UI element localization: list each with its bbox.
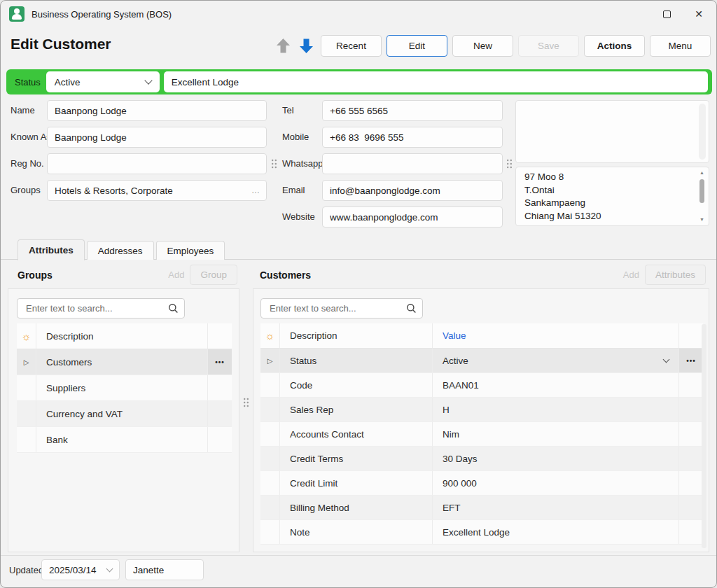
drag-dots-icon — [243, 398, 249, 407]
group-row-label[interactable]: Bank — [36, 427, 208, 452]
column-header-description[interactable]: Description — [280, 323, 433, 348]
footer: Updated 2025/03/14 — [1, 554, 717, 587]
close-icon: ✕ — [695, 8, 703, 20]
table-row[interactable]: Sales Rep H — [260, 398, 703, 422]
recent-button[interactable]: Recent — [321, 35, 382, 57]
name-field[interactable] — [47, 100, 267, 121]
search-icon — [168, 303, 179, 314]
app-window: Business Operating System (BOS) ✕ Edit C… — [0, 0, 717, 588]
email-label: Email — [282, 180, 305, 201]
address-line: 97 Moo 8 — [524, 171, 700, 184]
attr-description[interactable]: Billing Method — [280, 496, 433, 519]
add-attributes-button[interactable]: Attributes — [645, 265, 706, 285]
updated-date-select[interactable]: 2025/03/14 — [41, 559, 120, 580]
scroll-up-icon[interactable]: ▲ — [699, 169, 704, 177]
groups-field[interactable]: Hotels & Resorts, Corporate … — [47, 180, 267, 201]
attr-value[interactable]: H — [433, 398, 679, 421]
known-as-field[interactable] — [47, 127, 267, 148]
navigate-down-button[interactable] — [298, 37, 314, 55]
column-header-value[interactable]: Value — [433, 323, 679, 348]
website-field[interactable] — [322, 206, 503, 227]
attr-description[interactable]: Code — [280, 373, 433, 397]
attributes-panel: ☼ Description Value ▷ Status Active ••• … — [253, 288, 709, 552]
whatsapp-label: Whatsapp — [282, 153, 323, 174]
chevron-down-icon — [663, 356, 670, 363]
attr-description[interactable]: Note — [280, 520, 433, 544]
scroll-down-icon[interactable]: ▼ — [699, 216, 704, 224]
attr-value[interactable]: EFT — [433, 496, 679, 519]
notes-box[interactable] — [515, 100, 709, 163]
attr-value[interactable]: Excellent Lodge — [433, 520, 679, 544]
attributes-search[interactable] — [260, 298, 423, 318]
edit-button[interactable]: Edit — [387, 35, 447, 57]
attributes-panel-title: Customers — [260, 270, 311, 281]
add-group-button[interactable]: Group — [190, 265, 237, 285]
row-indicator-icon: ▷ — [267, 357, 273, 365]
attr-value[interactable]: BAAN01 — [433, 373, 679, 397]
table-row[interactable]: Credit Terms 30 Days — [260, 447, 703, 471]
mobile-field[interactable] — [322, 127, 503, 148]
splitter-handle[interactable] — [242, 397, 250, 408]
table-row[interactable]: Note Excellent Lodge — [260, 520, 703, 545]
table-row[interactable]: ▷ Customers ••• — [17, 349, 232, 375]
attr-value[interactable]: 900 000 — [433, 471, 679, 495]
attr-description[interactable]: Sales Rep — [280, 398, 433, 421]
save-button[interactable]: Save — [518, 35, 579, 57]
attr-value[interactable]: Nim — [433, 422, 679, 446]
splitter-handle[interactable] — [505, 158, 513, 169]
table-row[interactable]: ▷ Status Active ••• — [260, 349, 703, 373]
updated-label: Updated — [9, 560, 43, 581]
column-header-description[interactable]: Description — [36, 323, 208, 349]
splitter-handle[interactable] — [270, 158, 278, 169]
new-button[interactable]: New — [452, 35, 513, 57]
email-field[interactable] — [322, 180, 503, 201]
navigate-up-button[interactable] — [274, 37, 291, 55]
attr-description[interactable]: Credit Terms — [280, 447, 433, 470]
ellipsis-icon[interactable]: … — [251, 186, 260, 195]
tab-strip: Attributes Addresses Employees — [18, 239, 227, 260]
status-select[interactable]: Active — [46, 71, 160, 92]
maximize-button[interactable] — [650, 1, 683, 27]
address-box[interactable]: 97 Moo 8 T.Ontai Sankampaeng Chiang Mai … — [515, 167, 709, 226]
table-row[interactable]: Accounts Contact Nim — [260, 422, 703, 447]
attributes-search-input[interactable] — [268, 302, 406, 314]
table-row[interactable]: Currency and VAT — [17, 401, 232, 427]
attr-value-dropdown[interactable]: Active — [433, 349, 679, 372]
menu-button[interactable]: Menu — [650, 35, 711, 57]
groups-grid-header: ☼ Description — [17, 323, 232, 349]
attributes-add-label: Add — [623, 270, 639, 280]
tel-field[interactable] — [322, 100, 503, 121]
attr-description[interactable]: Credit Limit — [280, 471, 433, 495]
table-row[interactable]: Bank — [17, 427, 232, 453]
groups-value: Hotels & Resorts, Corporate — [55, 186, 251, 196]
updated-by-field[interactable] — [125, 559, 204, 580]
groups-search[interactable] — [17, 298, 185, 318]
table-row[interactable]: Credit Limit 900 000 — [260, 471, 703, 496]
group-row-label[interactable]: Currency and VAT — [36, 401, 208, 426]
table-row[interactable]: Suppliers — [17, 375, 232, 401]
customer-name-field[interactable] — [164, 71, 708, 92]
scrollbar-track[interactable] — [702, 324, 706, 548]
table-row[interactable]: Billing Method EFT — [260, 496, 703, 520]
table-row[interactable]: Code BAAN01 — [260, 373, 703, 398]
groups-search-input[interactable] — [25, 302, 168, 314]
attr-value[interactable]: 30 Days — [433, 447, 679, 470]
close-button[interactable]: ✕ — [683, 1, 715, 27]
row-menu-button[interactable]: ••• — [208, 349, 232, 374]
maximize-icon — [663, 10, 671, 18]
name-label: Name — [11, 100, 35, 121]
row-indicator-icon: ▷ — [24, 358, 29, 366]
row-menu-button[interactable]: ••• — [679, 349, 703, 372]
attr-description[interactable]: Accounts Contact — [280, 422, 433, 446]
group-row-label[interactable]: Customers — [36, 349, 208, 374]
tab-attributes[interactable]: Attributes — [18, 239, 85, 260]
reg-no-field[interactable] — [47, 153, 267, 174]
whatsapp-field[interactable] — [322, 153, 503, 174]
attr-description[interactable]: Status — [280, 349, 433, 372]
address-scrollbar[interactable]: ▲ ▼ — [697, 169, 707, 224]
scrollbar-thumb[interactable] — [699, 179, 704, 203]
actions-button[interactable]: Actions — [584, 35, 645, 57]
tab-addresses[interactable]: Addresses — [87, 241, 154, 260]
group-row-label[interactable]: Suppliers — [36, 375, 208, 400]
tab-employees[interactable]: Employees — [156, 241, 225, 260]
